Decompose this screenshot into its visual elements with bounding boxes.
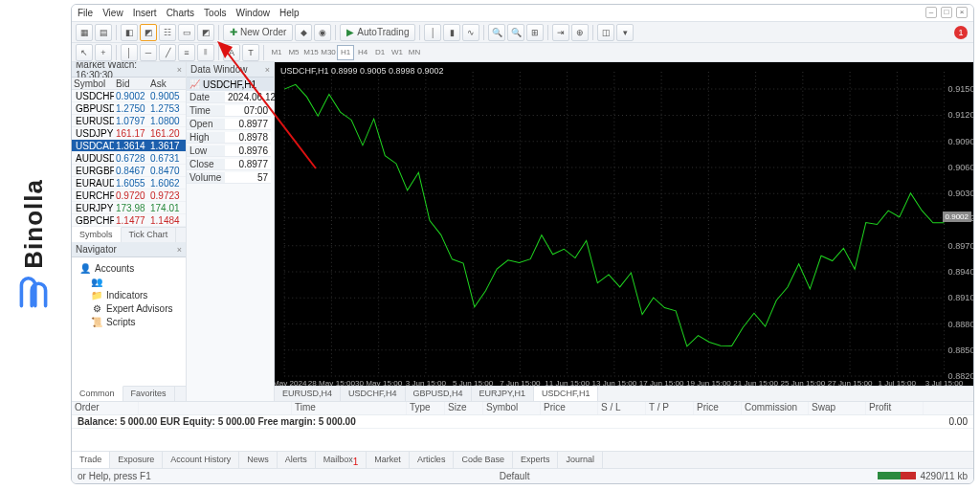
- tab-favorites[interactable]: Favorites: [123, 387, 175, 401]
- mw-row-USDJPY[interactable]: USDJPY161.17161.20: [72, 127, 186, 140]
- hline-icon[interactable]: ─: [140, 44, 157, 61]
- tab-common[interactable]: Common: [72, 386, 123, 401]
- chart-tab-USDCHF-H1[interactable]: USDCHF,H1: [534, 387, 599, 401]
- chart-tab-EURJPY-H1[interactable]: EURJPY,H1: [472, 387, 534, 401]
- menu-help[interactable]: Help: [279, 8, 300, 18]
- new-chart-icon[interactable]: ▦: [76, 24, 93, 41]
- nav-indicators[interactable]: 📁Indicators: [76, 288, 182, 301]
- mw-row-USDCAD[interactable]: USDCAD1.36141.3617: [72, 140, 186, 152]
- close-icon[interactable]: ×: [177, 65, 182, 75]
- term-tab-code-base[interactable]: Code Base: [454, 452, 513, 468]
- timeframe-MN[interactable]: MN: [406, 45, 423, 60]
- periods-icon[interactable]: ◫: [597, 24, 614, 41]
- brand-logo-icon: [16, 277, 51, 311]
- tab-tick-chart[interactable]: Tick Chart: [122, 228, 177, 242]
- maximize-button[interactable]: □: [941, 7, 952, 18]
- shift-icon[interactable]: ⇥: [552, 24, 569, 41]
- timeframe-M15[interactable]: M15: [302, 45, 320, 60]
- timeframe-M5[interactable]: M5: [285, 45, 302, 60]
- close-button[interactable]: ×: [956, 7, 968, 18]
- timeframe-W1[interactable]: W1: [389, 45, 406, 60]
- mw-row-EURCHF[interactable]: EURCHF0.97200.9723: [72, 189, 186, 202]
- tester-icon[interactable]: ◩: [197, 24, 214, 41]
- close-icon[interactable]: ×: [265, 65, 270, 75]
- nav-expert-advisors[interactable]: ⚙Expert Advisors: [76, 301, 182, 315]
- svg-text:0.9030: 0.9030: [948, 189, 973, 198]
- autotrading-label: AutoTrading: [357, 27, 409, 37]
- timeframe-H1[interactable]: H1: [337, 45, 354, 60]
- trendline-icon[interactable]: ╱: [159, 44, 176, 61]
- chart-canvas[interactable]: 0.91500.91200.90900.90600.90300.90020.89…: [275, 62, 973, 386]
- term-tab-trade[interactable]: Trade: [72, 452, 110, 468]
- term-tab-market[interactable]: Market: [367, 452, 410, 468]
- terminal-icon[interactable]: ▭: [178, 24, 195, 41]
- timeframe-D1[interactable]: D1: [371, 45, 389, 60]
- term-tab-journal[interactable]: Journal: [558, 452, 603, 468]
- chart-area[interactable]: USDCHF,H1 0.8999 0.9005 0.8998 0.9002 0.…: [275, 62, 973, 401]
- svg-text:0.8940: 0.8940: [948, 267, 973, 277]
- channel-icon[interactable]: ≡: [178, 44, 195, 61]
- zoom-in-icon[interactable]: 🔍: [488, 24, 505, 41]
- mw-row-GBPUSD[interactable]: GBPUSD1.27501.2753: [72, 102, 186, 115]
- mw-row-EURJPY[interactable]: EURJPY173.98174.01: [72, 202, 186, 214]
- timeframe-H4[interactable]: H4: [354, 45, 371, 60]
- label-icon[interactable]: T: [242, 44, 259, 61]
- nav-account[interactable]: 👥: [76, 275, 182, 288]
- timeframe-M30[interactable]: M30: [320, 45, 337, 60]
- chart-tab-GBPUSD-H4[interactable]: GBPUSD,H4: [406, 387, 472, 401]
- timeframe-M1[interactable]: M1: [268, 45, 285, 60]
- menu-file[interactable]: File: [78, 8, 93, 18]
- term-tab-experts[interactable]: Experts: [513, 452, 559, 468]
- chart-tabs: EURUSD,H4USDCHF,H4GBPUSD,H4EURJPY,H1USDC…: [275, 386, 973, 401]
- term-tab-account-history[interactable]: Account History: [163, 452, 239, 468]
- bar-chart-icon[interactable]: │: [424, 24, 441, 41]
- autoscroll-icon[interactable]: ⊞: [526, 24, 544, 41]
- autotrading-button[interactable]: ▶AutoTrading: [340, 24, 415, 41]
- text-icon[interactable]: A: [223, 44, 240, 61]
- profiles-icon[interactable]: ▤: [95, 24, 112, 41]
- dw-low: Low0.8976: [187, 145, 274, 158]
- menu-view[interactable]: View: [102, 8, 123, 18]
- market-watch-icon[interactable]: ◧: [121, 24, 138, 41]
- term-tab-alerts[interactable]: Alerts: [278, 452, 316, 468]
- crosshair-icon[interactable]: +: [95, 44, 112, 61]
- mw-row-EURUSD[interactable]: EURUSD1.07971.0800: [72, 115, 186, 127]
- new-order-button[interactable]: ✚New Order: [223, 24, 293, 41]
- signals-icon[interactable]: ◉: [314, 24, 331, 41]
- zoom-out-icon[interactable]: 🔍: [507, 24, 524, 41]
- menu-window[interactable]: Window: [235, 8, 270, 18]
- indicators-icon[interactable]: ⊕: [571, 24, 589, 41]
- cursor-icon[interactable]: ↖: [76, 44, 93, 61]
- templates-icon[interactable]: ▾: [616, 24, 634, 41]
- data-window-title: Data Window×: [187, 62, 274, 78]
- term-tab-articles[interactable]: Articles: [410, 452, 455, 468]
- chart-tab-EURUSD-H4[interactable]: EURUSD,H4: [275, 387, 341, 401]
- svg-text:0.8970: 0.8970: [948, 241, 973, 251]
- term-tab-news[interactable]: News: [239, 452, 278, 468]
- mw-row-EURAUD[interactable]: EURAUD1.60551.6062: [72, 177, 186, 189]
- mw-row-GBPCHF[interactable]: GBPCHF1.14771.1484: [72, 214, 186, 227]
- metaquotes-icon[interactable]: ◆: [295, 24, 312, 41]
- vline-icon[interactable]: │: [121, 44, 138, 61]
- menu-tools[interactable]: Tools: [204, 8, 226, 18]
- close-icon[interactable]: ×: [177, 245, 182, 255]
- nav-accounts[interactable]: 👤Accounts: [76, 261, 182, 275]
- menu-charts[interactable]: Charts: [167, 8, 194, 18]
- fibo-icon[interactable]: ⦀: [197, 44, 214, 61]
- mw-row-EURGBP[interactable]: EURGBP0.84670.8470: [72, 165, 186, 177]
- navigator-icon[interactable]: ☷: [159, 24, 176, 41]
- data-window-symbol: 📈 USDCHF,H1: [187, 78, 274, 91]
- mw-row-AUDUSD[interactable]: AUDUSD0.67280.6731: [72, 152, 186, 165]
- mw-row-USDCHF[interactable]: USDCHF0.90020.9005: [72, 90, 186, 102]
- minimize-button[interactable]: –: [925, 7, 937, 18]
- menu-insert[interactable]: Insert: [133, 8, 157, 18]
- tab-symbols[interactable]: Symbols: [72, 227, 122, 242]
- term-tab-exposure[interactable]: Exposure: [110, 452, 163, 468]
- nav-scripts[interactable]: 📜Scripts: [76, 315, 182, 328]
- data-window-toggle-icon[interactable]: ◩: [140, 24, 157, 41]
- candle-chart-icon[interactable]: ▮: [443, 24, 460, 41]
- term-tab-mailbox[interactable]: Mailbox1: [316, 452, 368, 468]
- chart-tab-USDCHF-H4[interactable]: USDCHF,H4: [341, 387, 406, 401]
- alert-badge[interactable]: 1: [954, 26, 968, 39]
- line-chart-icon[interactable]: ∿: [462, 24, 479, 41]
